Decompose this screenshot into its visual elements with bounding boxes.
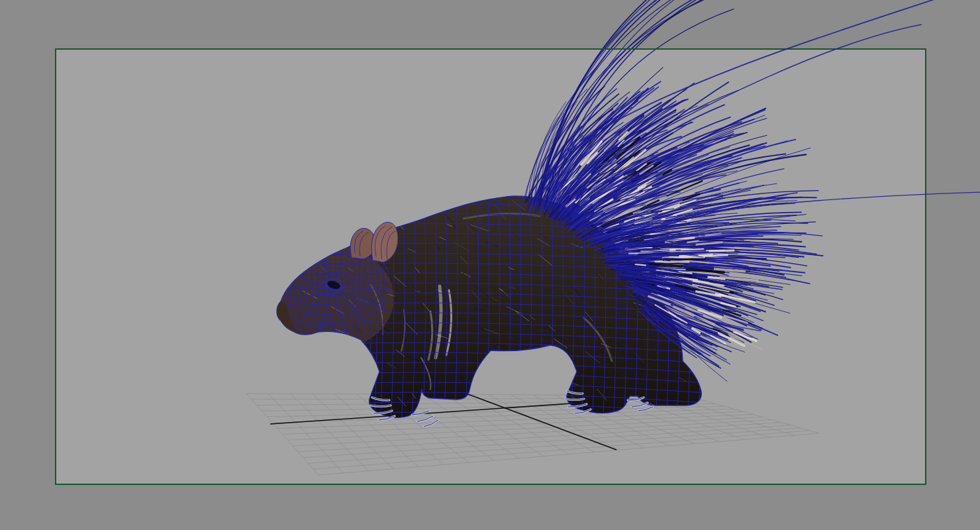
viewport-3d[interactable] [0, 0, 980, 530]
scene-svg [0, 0, 980, 530]
quill-shaft [628, 253, 653, 254]
quill-shaft [706, 250, 724, 251]
